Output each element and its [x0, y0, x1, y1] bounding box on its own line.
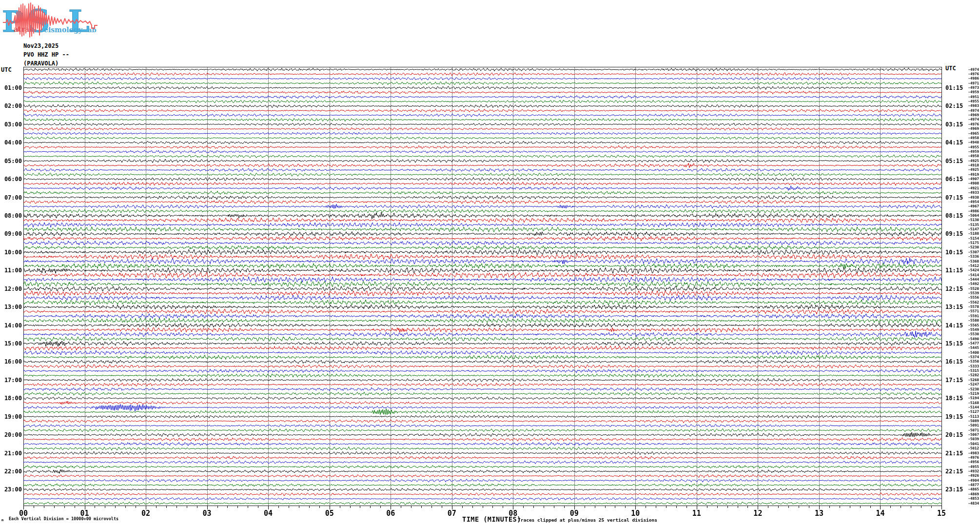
trace-offset-value: -5492 — [963, 282, 979, 286]
trace-offset-value: -5400 — [963, 351, 979, 355]
hour-label-left: 17:00 — [0, 377, 22, 383]
trace-offset-value: -4976 — [963, 72, 979, 76]
trace-offset-value: -4955 — [963, 465, 979, 469]
seismogram-canvas — [0, 0, 980, 527]
trace-offset-value: -5188 — [963, 232, 979, 236]
trace-offset-value: -4959 — [963, 150, 979, 154]
trace-offset-value: -4955 — [963, 145, 979, 149]
trace-offset-value: -4965 — [963, 132, 979, 136]
trace-offset-value: -5578 — [963, 305, 979, 309]
hour-label-left: 09:00 — [0, 231, 22, 237]
minute-tick-label: 15 — [932, 510, 951, 517]
trace-offset-value: -4986 — [963, 209, 979, 213]
trace-offset-value: -4971 — [963, 81, 979, 85]
trace-offset-value: -5445 — [963, 346, 979, 350]
hour-label-left: 15:00 — [0, 341, 22, 346]
trace-offset-value: -5041 — [963, 442, 979, 446]
trace-offset-value: -5571 — [963, 309, 979, 313]
trace-offset-value: -5307 — [963, 250, 979, 254]
trace-offset-value: -5477 — [963, 342, 979, 345]
trace-offset-value: -4959 — [963, 90, 979, 94]
trace-offset-value: -4958 — [963, 136, 979, 140]
trace-offset-value: -5113 — [963, 415, 979, 419]
trace-offset-value: -5490 — [963, 337, 979, 341]
trace-offset-value: -4907 — [963, 177, 979, 181]
trace-offset-value: -4955 — [963, 100, 979, 103]
trace-offset-value: -5130 — [963, 218, 979, 222]
trace-offset-value: -5591 — [963, 314, 979, 318]
trace-offset-value: -4865 — [963, 487, 979, 491]
trace-offset-value: -4919 — [963, 173, 979, 177]
hour-label-left: 19:00 — [0, 414, 22, 420]
x-axis-title: TIME (MINUTES) — [462, 515, 521, 523]
trace-offset-value: -4877 — [963, 483, 979, 487]
trace-offset-value: -5154 — [963, 237, 979, 241]
trace-offset-value: -5374 — [963, 355, 979, 359]
trace-offset-value: -4958 — [963, 154, 979, 158]
trace-offset-value: -4918 — [963, 163, 979, 167]
trace-offset-value: -4834 — [963, 502, 979, 506]
minute-tick-label: 03 — [197, 510, 217, 517]
hour-label-left: 08:00 — [0, 213, 22, 219]
trace-offset-value: -4921 — [963, 186, 979, 190]
trace-offset-value: -4954 — [963, 200, 979, 204]
trace-offset-value: -5067 — [963, 433, 979, 437]
trace-offset-value: -4925 — [963, 159, 979, 163]
hour-label-left: 03:00 — [0, 122, 22, 127]
hour-label-left: 11:00 — [0, 267, 22, 273]
trace-offset-value: -4973 — [963, 86, 979, 90]
trace-offset-value: -4983 — [963, 104, 979, 108]
seismogram-page: P S L atras eismology ab Nov23,2025 PVO … — [0, 0, 980, 527]
trace-offset-value: -5414 — [963, 273, 979, 277]
trace-offset-value: -5580 — [963, 319, 979, 323]
trace-offset-value: -5012 — [963, 446, 979, 450]
trace-offset-value: -4974 — [963, 118, 979, 122]
trace-offset-value: -5282 — [963, 373, 979, 377]
hour-label-left: 23:00 — [0, 486, 22, 492]
hour-label-left: 02:00 — [0, 103, 22, 109]
hour-label-left: 01:00 — [0, 85, 22, 91]
trace-offset-value: -5549 — [963, 328, 979, 332]
hour-label-left: 22:00 — [0, 468, 22, 474]
trace-offset-value: -5147 — [963, 227, 979, 231]
trace-offset-value: -4908 — [963, 182, 979, 185]
minute-tick-label: 04 — [258, 510, 278, 517]
clip-note: Traces clipped at plus/minus 25 vertical… — [518, 517, 657, 523]
minute-tick-label: 14 — [870, 510, 890, 517]
trace-offset-value: -5562 — [963, 301, 979, 304]
trace-offset-value: -5336 — [963, 255, 979, 259]
minute-tick-label: 05 — [320, 510, 339, 517]
trace-offset-value: -5194 — [963, 396, 979, 400]
trace-offset-value: -5247 — [963, 383, 979, 386]
hour-label-left: 18:00 — [0, 395, 22, 401]
scale-note: Each Vertical Division = 10000+00 microv… — [9, 516, 118, 521]
trace-offset-value: -5539 — [963, 291, 979, 295]
hour-label-left: 20:00 — [0, 432, 22, 438]
trace-offset-value: -5520 — [963, 287, 979, 291]
hour-label-left: 13:00 — [0, 304, 22, 310]
trace-offset-value: -5530 — [963, 332, 979, 336]
trace-offset-value: -4967 — [963, 204, 979, 208]
minute-tick-label: 11 — [687, 510, 706, 517]
hour-label-left: 10:00 — [0, 249, 22, 255]
trace-offset-value: -4969 — [963, 113, 979, 117]
hour-label-left: 07:00 — [0, 195, 22, 201]
trace-offset-value: -4976 — [963, 456, 979, 460]
trace-offset-value: -5091 — [963, 424, 979, 427]
trace-offset-value: -4969 — [963, 127, 979, 131]
trace-offset-value: -5219 — [963, 392, 979, 396]
trace-offset-value: -5175 — [963, 241, 979, 245]
trace-offset-value: -5064 — [963, 214, 979, 218]
trace-offset-value: -5039 — [963, 437, 979, 441]
trace-offset-value: -5268 — [963, 378, 979, 382]
trace-offset-value: -4951 — [963, 95, 979, 99]
trace-offset-value: -4974 — [963, 109, 979, 113]
trace-offset-value: -4926 — [963, 474, 979, 478]
trace-offset-value: -5144 — [963, 405, 979, 409]
minute-tick-label: 07 — [442, 510, 462, 517]
minute-tick-label: 09 — [565, 510, 584, 517]
trace-offset-value: -4986 — [963, 77, 979, 81]
minute-tick-label: 12 — [748, 510, 767, 517]
minute-tick-label: 13 — [809, 510, 829, 517]
trace-offset-value: -5333 — [963, 365, 979, 368]
